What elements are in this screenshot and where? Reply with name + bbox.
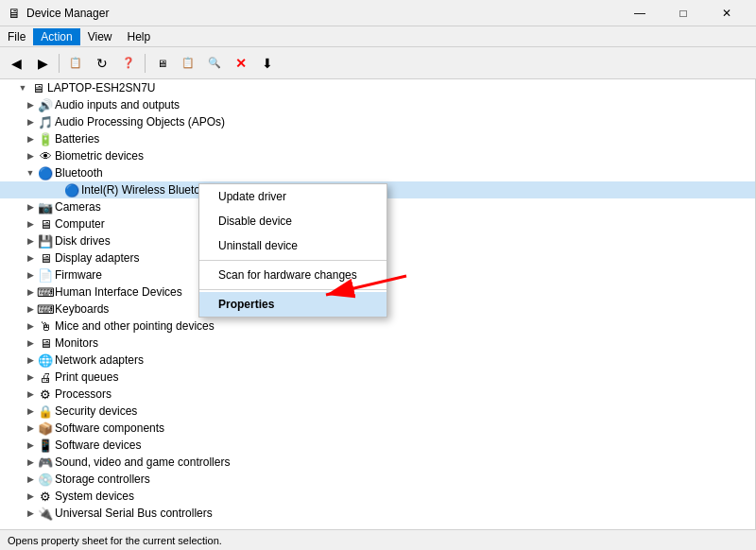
tree-item-bluetooth[interactable]: ▼ 🔵 Bluetooth <box>0 164 755 181</box>
tree-view[interactable]: ▼ 🖥 LAPTOP-ESH2SN7U ▶ 🔊 Audio inputs and… <box>0 79 756 529</box>
expand-bluetooth-icon: ▼ <box>23 164 38 181</box>
keyboards-label: Keyboards <box>55 302 109 316</box>
list-button[interactable]: 📋 <box>176 51 200 76</box>
tree-item-sw-components[interactable]: ▶ 📦 Software components <box>0 420 755 437</box>
tree-root[interactable]: ▼ 🖥 LAPTOP-ESH2SN7U <box>0 79 755 96</box>
display-icon: 🖥 <box>38 250 53 266</box>
sw-components-label: Software components <box>55 421 164 435</box>
app-icon: 🖥 <box>8 6 21 21</box>
expand-storage-icon: ▶ <box>23 471 38 488</box>
apo-icon: 🎵 <box>38 114 53 129</box>
expand-display-icon: ▶ <box>23 249 38 266</box>
context-menu-scan-hardware[interactable]: Scan for hardware changes <box>199 263 387 287</box>
title-bar: 🖥 Device Manager — □ ✕ <box>0 0 756 26</box>
title-bar-controls: — □ ✕ <box>618 0 748 26</box>
disk-icon: 💾 <box>38 233 53 249</box>
tree-item-monitors[interactable]: ▶ 🖥 Monitors <box>0 335 755 352</box>
tree-item-sound[interactable]: ▶ 🎮 Sound, video and game controllers <box>0 454 755 471</box>
network-label: Network adapters <box>55 353 144 367</box>
scan-button[interactable]: 🔍 <box>202 51 227 76</box>
context-menu-sep-2 <box>199 289 387 290</box>
tree-item-network[interactable]: ▶ 🌐 Network adapters <box>0 352 755 369</box>
status-text: Opens property sheet for the current sel… <box>8 535 222 546</box>
context-menu-uninstall-device[interactable]: Uninstall device <box>199 233 387 258</box>
remove-button[interactable]: ✕ <box>229 51 253 76</box>
toolbar: ◀ ▶ 📋 ↻ ❓ 🖥 📋 🔍 ✕ ⬇ <box>0 47 756 79</box>
help-button[interactable]: ❓ <box>116 51 141 76</box>
context-menu-properties[interactable]: Properties <box>199 292 387 317</box>
context-menu: Update driver Disable device Uninstall d… <box>198 183 387 318</box>
close-button[interactable]: ✕ <box>705 0 748 26</box>
tree-item-mice[interactable]: ▶ 🖱 Mice and other pointing devices <box>0 318 755 335</box>
properties-button[interactable]: 📋 <box>63 51 88 76</box>
sound-icon: 🎮 <box>38 455 53 470</box>
refresh-button[interactable]: ↻ <box>90 51 114 76</box>
storage-label: Storage controllers <box>55 473 150 486</box>
keyboards-icon: ⌨ <box>38 301 53 317</box>
usb-label: Universal Serial Bus controllers <box>55 507 213 520</box>
mice-label: Mice and other pointing devices <box>55 319 215 333</box>
tree-item-biometric[interactable]: ▶ 👁 Biometric devices <box>0 147 755 164</box>
forward-button[interactable]: ▶ <box>30 51 55 76</box>
storage-icon: 💿 <box>38 472 53 487</box>
back-button[interactable]: ◀ <box>4 51 28 76</box>
status-bar: Opens property sheet for the current sel… <box>0 529 756 550</box>
tree-item-storage[interactable]: ▶ 💿 Storage controllers <box>0 471 755 488</box>
separator-2 <box>145 54 146 73</box>
context-menu-update-driver[interactable]: Update driver <box>199 184 387 209</box>
expand-usb-icon: ▶ <box>23 505 38 522</box>
menu-action[interactable]: Action <box>33 28 79 45</box>
tree-item-batteries[interactable]: ▶ 🔋 Batteries <box>0 130 755 147</box>
menu-bar: File Action View Help <box>0 26 756 47</box>
apo-label: Audio Processing Objects (APOs) <box>55 115 225 129</box>
root-label: LAPTOP-ESH2SN7U <box>47 81 156 95</box>
hid-icon: ⌨ <box>38 284 53 300</box>
menu-help[interactable]: Help <box>120 28 159 45</box>
expand-computer-icon: ▶ <box>23 215 38 232</box>
tree-item-processors[interactable]: ▶ ⚙ Processors <box>0 386 755 403</box>
maximize-button[interactable]: □ <box>662 0 705 26</box>
tree-item-apo[interactable]: ▶ 🎵 Audio Processing Objects (APOs) <box>0 113 755 130</box>
expand-security-icon: ▶ <box>23 403 38 420</box>
mice-icon: 🖱 <box>38 318 53 334</box>
expand-sw-devices-icon: ▶ <box>23 437 38 454</box>
download-button[interactable]: ⬇ <box>255 51 280 76</box>
expand-cameras-icon: ▶ <box>23 198 38 215</box>
tree-item-usb[interactable]: ▶ 🔌 Universal Serial Bus controllers <box>0 505 755 522</box>
expand-audio-inputs-icon: ▶ <box>23 96 38 113</box>
tree-item-security[interactable]: ▶ 🔒 Security devices <box>0 403 755 420</box>
security-icon: 🔒 <box>38 404 53 419</box>
audio-inputs-icon: 🔊 <box>38 97 53 112</box>
firmware-label: Firmware <box>55 268 102 282</box>
expand-system-icon: ▶ <box>23 488 38 505</box>
tree-item-print[interactable]: ▶ 🖨 Print queues <box>0 369 755 386</box>
processors-icon: ⚙ <box>38 387 53 402</box>
system-label: System devices <box>55 490 134 503</box>
sw-devices-icon: 📱 <box>38 438 53 453</box>
menu-view[interactable]: View <box>80 28 120 45</box>
window: 🖥 Device Manager — □ ✕ File Action View … <box>0 0 756 550</box>
hid-label: Human Interface Devices <box>55 285 182 299</box>
tree-item-sw-devices[interactable]: ▶ 📱 Software devices <box>0 437 755 454</box>
separator-1 <box>59 54 60 73</box>
menu-file[interactable]: File <box>0 28 33 45</box>
network-icon: 🌐 <box>38 352 53 368</box>
disk-label: Disk drives <box>55 234 111 248</box>
security-label: Security devices <box>55 404 137 418</box>
expand-firmware-icon: ▶ <box>23 266 38 284</box>
tree-item-system[interactable]: ▶ ⚙ System devices <box>0 488 755 505</box>
bluetooth-label: Bluetooth <box>55 166 103 180</box>
context-menu-disable-device[interactable]: Disable device <box>199 209 387 233</box>
display-label: Display adapters <box>55 251 139 265</box>
device-button[interactable]: 🖥 <box>149 51 174 76</box>
monitors-label: Monitors <box>55 336 98 350</box>
expand-root-icon: ▼ <box>15 79 30 96</box>
monitors-icon: 🖥 <box>38 335 53 351</box>
sw-components-icon: 📦 <box>38 421 53 436</box>
cameras-label: Cameras <box>55 200 101 214</box>
expand-mice-icon: ▶ <box>23 318 38 335</box>
tree-item-audio-inputs[interactable]: ▶ 🔊 Audio inputs and outputs <box>0 96 755 113</box>
computer-tree-icon: 🖥 <box>38 216 53 232</box>
expand-biometric-icon: ▶ <box>23 147 38 164</box>
minimize-button[interactable]: — <box>618 0 662 26</box>
